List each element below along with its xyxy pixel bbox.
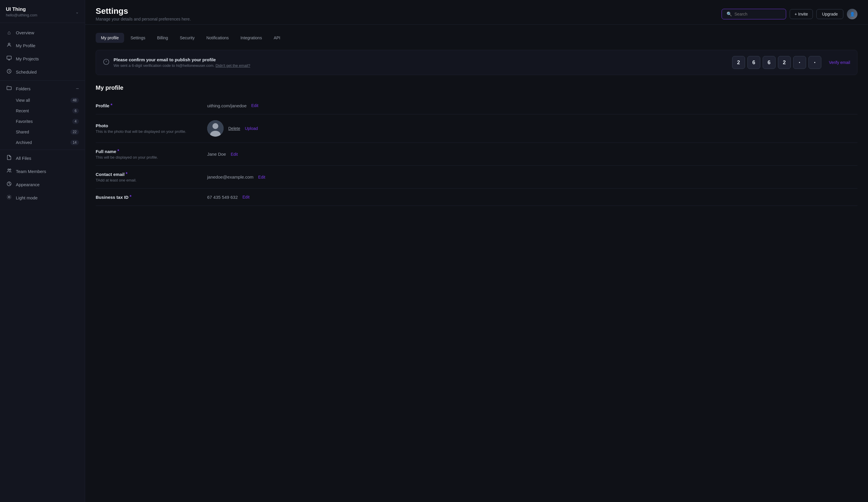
sidebar-header[interactable]: UI Thing hello@uithing.com ⌄ <box>0 0 85 23</box>
user-icon <box>6 42 12 49</box>
contact-email-edit[interactable]: Edit <box>258 175 265 179</box>
tab-billing[interactable]: Billing <box>152 33 173 43</box>
sidebar-item-label: Light mode <box>16 195 38 200</box>
search-bar[interactable]: 🔍 <box>722 9 786 19</box>
sidebar-item-archived[interactable]: Archived 14 <box>0 137 85 148</box>
profile-row-contact-email: Contact email * TAdd at least one email.… <box>96 166 857 189</box>
code-digit-2[interactable]: 6 <box>747 56 760 69</box>
photo-upload[interactable]: Upload <box>245 126 258 131</box>
photo-delete[interactable]: Delete <box>228 126 240 131</box>
sidebar-item-label: My Projects <box>16 56 39 61</box>
settings-tabs: My profile Settings Billing Security Not… <box>96 33 857 43</box>
tab-settings[interactable]: Settings <box>125 33 151 43</box>
sidebar-item-favorites[interactable]: Favorites 4 <box>0 116 85 127</box>
header-actions: 🔍 + Invite Upgrade 👤 <box>722 9 857 19</box>
code-digit-4[interactable]: 2 <box>778 56 791 69</box>
invite-label: + Invite <box>795 12 808 17</box>
appearance-icon <box>6 181 12 188</box>
sidebar-sub-label: Archived <box>16 140 32 145</box>
sidebar-folders-header[interactable]: Folders − <box>0 82 85 95</box>
sidebar-item-light-mode[interactable]: Light mode <box>0 191 85 205</box>
search-input[interactable] <box>734 12 781 17</box>
verify-code-group: 2 6 6 2 • • <box>732 56 822 69</box>
profile-row-url: Profile * uithing.com/janedoe Edit <box>96 97 857 114</box>
sidebar-item-appearance[interactable]: Appearance <box>0 178 85 191</box>
sidebar: UI Thing hello@uithing.com ⌄ ⌂ Overview … <box>0 0 85 502</box>
code-digit-6[interactable]: • <box>808 56 822 69</box>
verify-subtitle: We sent a 6-digit verification code to h… <box>114 63 728 68</box>
sidebar-item-view-all[interactable]: View all 48 <box>0 95 85 106</box>
required-star: * <box>111 103 112 108</box>
code-digit-1[interactable]: 2 <box>732 56 745 69</box>
profile-photo <box>207 120 224 137</box>
sidebar-brand: UI Thing hello@uithing.com <box>6 7 37 17</box>
full-name-edit[interactable]: Edit <box>231 152 238 157</box>
avatar[interactable]: 👤 <box>847 9 857 19</box>
sidebar-item-label: Team Members <box>16 169 46 174</box>
sidebar-item-team-members[interactable]: Team Members <box>0 165 85 178</box>
tab-integrations[interactable]: Integrations <box>235 33 267 43</box>
required-star-3: * <box>126 171 127 177</box>
sidebar-sub-label: Shared <box>16 129 29 134</box>
search-icon: 🔍 <box>726 11 732 17</box>
upgrade-label: Upgrade <box>822 12 838 17</box>
sidebar-item-my-profile[interactable]: My Profile <box>0 39 85 52</box>
sidebar-item-label: Overview <box>16 30 34 35</box>
sidebar-item-my-projects[interactable]: My Projects <box>0 52 85 65</box>
sidebar-item-label: Appearance <box>16 182 40 187</box>
photo-label-text: Photo <box>96 123 108 128</box>
sidebar-sub-label: Favorites <box>16 119 33 124</box>
full-name-value: Jane Doe Edit <box>207 151 857 157</box>
sidebar-item-label: My Profile <box>16 43 35 48</box>
header-title-group: Settings Manage your details and persona… <box>96 7 191 21</box>
svg-line-14 <box>11 195 11 196</box>
sidebar-item-all-files[interactable]: All Files <box>0 151 85 165</box>
verify-title: Please confirm your email to publish you… <box>114 57 728 62</box>
profile-url-edit[interactable]: Edit <box>251 103 258 108</box>
section-title: My profile <box>96 84 857 91</box>
photo-label: Photo This is the photo that will be dis… <box>96 123 207 134</box>
code-digit-5[interactable]: • <box>793 56 806 69</box>
sidebar-item-scheduled[interactable]: Scheduled <box>0 65 85 79</box>
photo-value: Delete Upload <box>207 120 857 137</box>
sidebar-item-label: Scheduled <box>16 70 37 74</box>
svg-point-3 <box>8 169 9 170</box>
content: My profile Settings Billing Security Not… <box>85 25 868 502</box>
view-all-badge: 48 <box>70 98 79 103</box>
sidebar-item-shared[interactable]: Shared 22 <box>0 127 85 137</box>
tab-api[interactable]: API <box>269 33 286 43</box>
sidebar-divider-1 <box>0 80 85 81</box>
required-star-2: * <box>117 149 119 154</box>
full-name-label-text: Full name <box>96 149 116 154</box>
code-digit-3[interactable]: 6 <box>763 56 776 69</box>
sidebar-item-label: All Files <box>16 156 31 161</box>
tab-notifications[interactable]: Notifications <box>201 33 234 43</box>
favorites-badge: 4 <box>72 119 79 124</box>
profile-url-value: uithing.com/janedoe Edit <box>207 103 857 108</box>
tab-my-profile[interactable]: My profile <box>96 33 124 43</box>
sidebar-sub-label: View all <box>16 98 30 103</box>
sidebar-item-recent[interactable]: Recent 6 <box>0 106 85 116</box>
profile-row-photo: Photo This is the photo that will be dis… <box>96 114 857 143</box>
verify-banner: Please confirm your email to publish you… <box>96 50 857 75</box>
shared-badge: 22 <box>70 129 79 135</box>
team-icon <box>6 168 12 175</box>
verify-email-link[interactable]: Verify email <box>829 60 850 65</box>
contact-email-sublabel: TAdd at least one email. <box>96 178 207 182</box>
svg-line-11 <box>7 195 8 196</box>
invite-button[interactable]: + Invite <box>790 9 813 19</box>
photo-sublabel: This is the photo that will be displayed… <box>96 129 207 134</box>
page-subtitle: Manage your details and personal prefere… <box>96 17 191 21</box>
tax-id-text: 67 435 549 632 <box>207 195 238 200</box>
recent-badge: 6 <box>72 108 79 114</box>
tab-security[interactable]: Security <box>175 33 200 43</box>
folders-label: Folders <box>16 86 31 91</box>
contact-email-value: janedoe@example.com Edit <box>207 175 857 179</box>
collapse-icon: − <box>76 86 79 92</box>
upgrade-button[interactable]: Upgrade <box>816 9 843 19</box>
svg-point-6 <box>8 196 10 198</box>
sidebar-item-overview[interactable]: ⌂ Overview <box>0 27 85 39</box>
info-icon <box>103 59 110 66</box>
tax-id-edit[interactable]: Edit <box>242 195 249 199</box>
resend-link[interactable]: Didn't get the email? <box>216 63 250 68</box>
